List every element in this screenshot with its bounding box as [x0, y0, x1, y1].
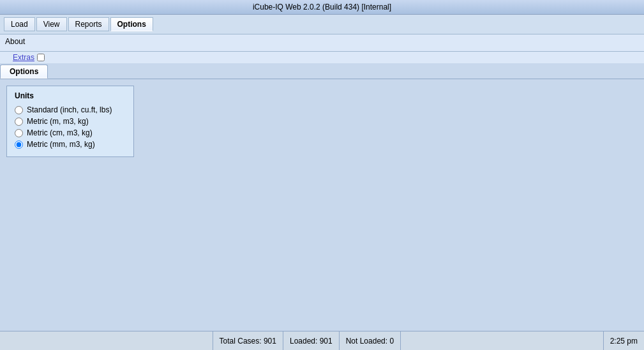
extras-checkbox[interactable] [37, 54, 45, 61]
title-bar: iCube-IQ Web 2.0.2 (Build 434) [Internal… [0, 0, 644, 15]
radio-metric-m-label[interactable]: Metric (m, m3, kg) [27, 117, 89, 126]
radio-standard-label[interactable]: Standard (inch, cu.ft, lbs) [27, 105, 112, 114]
extras-label[interactable]: Extras [13, 53, 34, 62]
status-total-cases: Total Cases: 901 [213, 331, 283, 350]
extras-row: Extras [0, 52, 644, 63]
radio-metric-cm[interactable] [15, 129, 23, 137]
radio-metric-cm-label[interactable]: Metric (cm, m3, kg) [27, 128, 93, 137]
radio-option-metric-m: Metric (m, m3, kg) [15, 117, 126, 126]
about-title: About [5, 37, 639, 46]
options-tab[interactable]: Options [0, 65, 48, 79]
radio-option-metric-cm: Metric (cm, m3, kg) [15, 128, 126, 137]
radio-standard[interactable] [15, 106, 23, 114]
app-wrapper: iCube-IQ Web 2.0.2 (Build 434) [Internal… [0, 0, 644, 350]
about-section: About [0, 34, 644, 52]
title-text: iCube-IQ Web 2.0.2 (Build 434) [Internal… [253, 3, 391, 11]
view-button[interactable]: View [36, 17, 67, 31]
radio-option-metric-mm: Metric (mm, m3, kg) [15, 140, 126, 149]
reports-button[interactable]: Reports [68, 17, 109, 31]
load-button[interactable]: Load [4, 17, 35, 31]
status-bar: Total Cases: 901 Loaded: 901 Not Loaded:… [0, 331, 644, 350]
units-title: Units [15, 91, 126, 100]
units-group: Units Standard (inch, cu.ft, lbs) Metric… [6, 86, 134, 157]
toolbar: Load View Reports Options [0, 15, 644, 34]
options-button[interactable]: Options [110, 17, 153, 31]
status-not-loaded: Not Loaded: 0 [340, 331, 401, 350]
radio-metric-m[interactable] [15, 118, 23, 126]
status-left [0, 331, 213, 350]
radio-metric-mm-label[interactable]: Metric (mm, m3, kg) [27, 140, 95, 149]
tab-bar: Options [0, 63, 644, 79]
main-content: Units Standard (inch, cu.ft, lbs) Metric… [0, 79, 644, 350]
radio-metric-mm[interactable] [15, 141, 23, 149]
status-time: 2:25 pm [603, 331, 644, 350]
radio-option-standard: Standard (inch, cu.ft, lbs) [15, 105, 126, 114]
status-loaded: Loaded: 901 [283, 331, 340, 350]
